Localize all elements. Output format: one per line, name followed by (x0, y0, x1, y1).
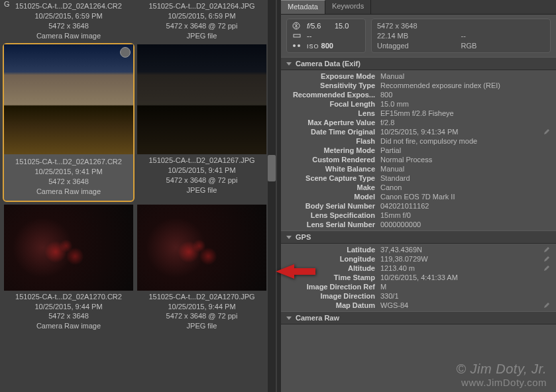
thumb-filename: 151025-CA-t...D2_02A1270.CR2 (4, 292, 133, 302)
summary-color: RGB (461, 42, 545, 50)
svg-rect-1 (294, 34, 300, 37)
thumb-date: 10/25/2015, 9:44 PM (4, 302, 133, 312)
scrollbar-thumb[interactable] (268, 155, 276, 181)
metadata-row: LensEF15mm f/2.8 Fisheye (281, 109, 556, 118)
tab-keywords[interactable]: Keywords (325, 0, 371, 14)
thumbnail-item[interactable]: 151025-CA-t...D2_02A1264.CR2 10/25/2015,… (4, 0, 133, 40)
metadata-row: Body Serial Number042021011162 (281, 201, 556, 211)
summary-tag: Untagged (377, 42, 461, 50)
svg-marker-4 (276, 264, 315, 279)
metadata-row: Focal Length15.0 mm (281, 99, 556, 109)
thumb-type: Camera Raw image (4, 31, 133, 41)
section-header-gps[interactable]: GPS (281, 230, 556, 244)
metadata-row: MakeCanon (281, 183, 556, 192)
metadata-label: Focal Length (281, 100, 380, 108)
chevron-down-icon (286, 62, 292, 66)
metadata-value: Manual (380, 72, 551, 80)
thumb-type: JPEG file (137, 321, 266, 331)
tab-bar: Metadata Keywords (281, 0, 556, 15)
section-header-exif[interactable]: Camera Data (Exif) (281, 57, 556, 70)
thumbnail-item[interactable]: 151025-CA-t...D2_02A1267.JPG 10/25/2015,… (137, 44, 266, 200)
thumb-filename: 151025-CA-t...D2_02A1267.JPG (137, 156, 266, 166)
thumb-type: Camera Raw image (4, 321, 133, 331)
metadata-value: Canon (380, 183, 551, 191)
section-exif: Camera Data (Exif) Exposure ModeManualSe… (281, 57, 556, 230)
thumb-filename: 151025-CA-t...D2_02A1267.CR2 (7, 157, 131, 167)
metadata-row: Image Direction RefM (281, 282, 556, 291)
settings-badge-icon[interactable] (120, 47, 131, 58)
aperture-value: f/5.6 (307, 22, 332, 30)
metadata-value: EF15mm f/2.8 Fisheye (380, 109, 551, 117)
thumb-type: JPEG file (137, 31, 266, 41)
metadata-label: Image Direction Ref (281, 283, 380, 291)
metadata-label: Exposure Mode (281, 72, 380, 80)
thumbnail-image (4, 44, 133, 154)
edit-pencil-icon[interactable] (543, 264, 551, 272)
metadata-row: ModelCanon EOS 7D Mark II (281, 192, 556, 201)
metadata-value: Standard (380, 174, 551, 182)
summary-size: 22.14 MB (377, 32, 461, 40)
thumbnail-item[interactable]: 151025-CA-t...D2_02A1264.JPG 10/25/2015,… (137, 0, 266, 40)
metadata-value: f/2.8 (380, 119, 551, 126)
thumb-date: 10/25/2015, 9:41 PM (137, 166, 266, 175)
svg-point-3 (298, 44, 300, 47)
thumb-dim: 5472 x 3648 (7, 177, 131, 187)
metadata-row: Metering ModePartial (281, 146, 556, 155)
metadata-row: Map DatumWGS-84 (281, 301, 556, 310)
edit-pencil-icon[interactable] (543, 301, 551, 309)
metadata-label: Custom Rendered (281, 156, 380, 164)
metadata-label: Date Time Original (281, 128, 380, 136)
summary-dash: -- (461, 32, 545, 40)
metadata-label: Lens Serial Number (281, 220, 380, 228)
metadata-value: 330/1 (380, 292, 551, 300)
thumbnail-item[interactable]: 151025-CA-t...D2_02A1270.CR2 10/25/2015,… (4, 205, 133, 331)
thumbnail-item-selected[interactable]: 151025-CA-t...D2_02A1267.CR2 10/25/2015,… (4, 44, 133, 200)
metadata-label: Scene Capture Type (281, 174, 380, 182)
thumb-filename: 151025-CA-t...D2_02A1264.CR2 (4, 1, 133, 11)
edit-pencil-icon[interactable] (543, 246, 551, 254)
thumbnail-image (137, 205, 266, 291)
thumb-dim: 5472 x 3648 (4, 21, 133, 31)
metadata-label: Max Aperture Value (281, 119, 380, 126)
section-gps: GPS Latitude37,43.4369NLongitude119,38.0… (281, 230, 556, 311)
thumb-filename: 151025-CA-t...D2_02A1270.JPG (137, 292, 266, 302)
metadata-value: Partial (380, 146, 551, 154)
tab-metadata[interactable]: Metadata (281, 0, 325, 14)
edit-pencil-icon[interactable] (543, 128, 551, 136)
metadata-value: WGS-84 (380, 301, 543, 309)
annotation-arrow-icon (276, 263, 315, 280)
metadata-value: M (380, 283, 551, 291)
metadata-label: Sensitivity Type (281, 81, 380, 89)
thumb-dim: 5472 x 3648 @ 72 ppi (137, 311, 266, 321)
thumb-dim: 5472 x 3648 @ 72 ppi (137, 175, 266, 185)
metadata-label: Lens (281, 109, 380, 117)
metadata-row: Lens Serial Number0000000000 (281, 220, 556, 229)
thumbnail-item[interactable]: 151025-CA-t...D2_02A1270.JPG 10/25/2015,… (137, 205, 266, 331)
edit-pencil-icon[interactable] (543, 255, 551, 263)
svg-point-2 (293, 44, 296, 47)
section-title: Camera Raw (296, 314, 339, 322)
section-camera-raw: Camera Raw (281, 311, 556, 324)
iso-icon (292, 42, 302, 50)
section-header-raw[interactable]: Camera Raw (281, 311, 556, 324)
metadata-label: Map Datum (281, 301, 380, 309)
chevron-down-icon (286, 236, 292, 239)
metadata-label: Metering Mode (281, 146, 380, 154)
metadata-label: Recommended Expos... (281, 91, 380, 99)
thumbnail-image (137, 44, 266, 154)
thumbnail-image (4, 205, 133, 291)
metadata-value: 042021011162 (380, 202, 551, 210)
summary-dims: 5472 x 3648 (377, 22, 461, 30)
metadata-row: Max Aperture Valuef/2.8 (281, 118, 556, 127)
metadata-label: Image Direction (281, 292, 380, 300)
thumb-date: 10/25/2015, 6:59 PM (4, 11, 133, 21)
metadata-row: Exposure ModeManual (281, 72, 556, 81)
metadata-row: Custom RenderedNormal Process (281, 155, 556, 164)
metadata-row: Lens Specification15mm f/0 (281, 211, 556, 220)
metadata-value: 15mm f/0 (380, 211, 551, 219)
metadata-row: Image Direction330/1 (281, 291, 556, 301)
watermark-url: www.JimDoty.com (456, 377, 547, 388)
metadata-value: 0000000000 (380, 220, 551, 228)
metadata-row: Scene Capture TypeStandard (281, 173, 556, 183)
scrollbar[interactable] (268, 0, 276, 392)
